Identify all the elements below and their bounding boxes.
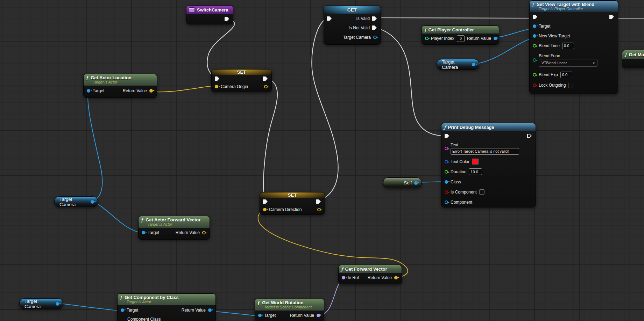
text-input[interactable] xyxy=(451,148,519,155)
wire-actorlocation-to-cameraorigin[interactable] xyxy=(150,86,216,92)
duration-input[interactable] xyxy=(469,168,482,175)
duration-pin[interactable] xyxy=(445,170,448,174)
variable-target-camera-mid[interactable]: Target Camera xyxy=(437,59,479,70)
blend-exp-input[interactable] xyxy=(560,72,572,78)
variable-label: Self xyxy=(404,180,412,185)
target-pin[interactable] xyxy=(87,89,90,93)
return-value-pin[interactable] xyxy=(394,276,398,279)
node-switch-camera[interactable]: SwitchCamera xyxy=(186,5,233,24)
function-icon: ƒ xyxy=(257,300,260,305)
wire-targetcamera-to-getactorlocation[interactable] xyxy=(88,92,102,201)
target-label: Target xyxy=(148,230,159,235)
lock-outgoing-pin[interactable] xyxy=(533,83,536,87)
variable-out-pin[interactable] xyxy=(56,302,59,306)
text-color-pin[interactable] xyxy=(445,160,448,163)
is-valid-exec-pin[interactable] xyxy=(372,16,377,21)
target-pin[interactable] xyxy=(142,231,145,234)
node-get-forward-vector[interactable]: ƒ Get Forward Vector In Rot Return Value xyxy=(338,265,402,284)
function-icon: ƒ xyxy=(120,295,122,300)
node-set-view-target-with-blend[interactable]: ƒ Set View Target with Blend Target is P… xyxy=(529,0,618,94)
variable-self[interactable]: Self xyxy=(383,177,422,188)
exec-in-pin[interactable] xyxy=(445,134,449,138)
class-pin[interactable] xyxy=(445,180,448,184)
exec-in-pin[interactable] xyxy=(263,199,268,204)
blueprint-canvas[interactable]: { "colors": { "exec_wire": "#d8d8d8", "o… xyxy=(0,0,644,321)
blend-time-pin[interactable] xyxy=(533,44,536,48)
node-get-player-controller[interactable]: ƒ Get Player Controller Player Index Ret… xyxy=(422,25,499,45)
text-color-swatch[interactable] xyxy=(472,159,479,165)
is-component-checkbox[interactable] xyxy=(479,189,484,195)
node-print-debug-message[interactable]: ƒ Print Debug Message Text Text Color Du… xyxy=(441,123,536,207)
exec-out-pin[interactable] xyxy=(225,17,229,21)
return-value-pin[interactable] xyxy=(149,89,153,93)
component-pin[interactable] xyxy=(445,200,448,204)
blend-func-dropdown[interactable]: VTBlend Linear ▾ xyxy=(539,59,597,67)
return-value-pin[interactable] xyxy=(317,314,320,317)
wire-targetcamera-to-getactorforwardvector[interactable] xyxy=(93,201,143,233)
variable-label: Target Camera xyxy=(59,197,88,207)
return-value-pin[interactable] xyxy=(202,231,206,234)
node-title: Get World Rotation xyxy=(262,300,303,305)
variable-target-camera-left[interactable]: Target Camera xyxy=(54,196,98,207)
is-component-pin[interactable] xyxy=(445,190,448,194)
wire-exec-switchcamera-to-set-origin[interactable] xyxy=(207,19,234,78)
new-view-target-pin[interactable] xyxy=(533,34,536,38)
player-index-pin[interactable] xyxy=(425,37,429,40)
return-value-label: Return Value xyxy=(467,36,491,41)
exec-in-pin[interactable] xyxy=(327,16,332,21)
wire-exec-set-origin-to-set-direction[interactable] xyxy=(263,78,277,200)
node-get-ma-clipped[interactable]: ƒ Get Ma xyxy=(622,50,644,68)
node-get-actor-forward-vector[interactable]: ƒ Get Actor Forward Vector Target is Act… xyxy=(138,216,210,240)
node-set-camera-origin[interactable]: SET Camera Origin xyxy=(211,69,272,92)
target-pin[interactable] xyxy=(258,314,262,317)
wire-getcomponent-to-getworldrotation[interactable] xyxy=(209,311,260,316)
node-set-camera-direction[interactable]: SET Camera Direction xyxy=(260,192,325,215)
class-label: Class xyxy=(451,180,461,184)
return-value-pin[interactable] xyxy=(494,37,497,40)
target-camera-out-pin[interactable] xyxy=(373,36,377,39)
return-value-label: Return Value xyxy=(176,230,200,235)
in-rot-pin[interactable] xyxy=(342,276,345,279)
blend-func-pin[interactable] xyxy=(533,58,536,62)
lock-outgoing-checkbox[interactable] xyxy=(568,83,573,88)
node-get-actor-location[interactable]: ƒ Get Actor Location Target is Actor Tar… xyxy=(83,74,157,98)
is-component-label: Is Component xyxy=(451,190,477,195)
camera-direction-pin[interactable] xyxy=(263,208,267,211)
node-title: Set View Target with Blend xyxy=(537,2,594,7)
variable-target-camera-bottom[interactable]: Target Camera xyxy=(19,298,63,309)
value-out-pin[interactable] xyxy=(264,85,268,88)
node-get-target-camera[interactable]: GET Is Valid Is Not Valid Target Camera xyxy=(324,6,381,45)
blend-exp-pin[interactable] xyxy=(533,73,536,76)
target-pin[interactable] xyxy=(533,24,536,28)
exec-out-pin[interactable] xyxy=(527,134,532,138)
return-value-pin[interactable] xyxy=(208,308,212,312)
wire-exec-set-direction-to-get[interactable] xyxy=(312,18,338,200)
node-get-world-rotation[interactable]: ƒ Get World Rotation Target is Scene Com… xyxy=(255,299,324,321)
exec-out-pin[interactable] xyxy=(263,76,268,81)
variable-out-pin[interactable] xyxy=(414,181,418,185)
exec-out-pin[interactable] xyxy=(609,15,614,19)
text-pin[interactable] xyxy=(445,147,448,150)
blend-exp-label: Blend Exp xyxy=(539,72,558,77)
text-color-label: Text Color xyxy=(451,159,469,164)
player-index-label: Player Index xyxy=(431,36,454,41)
variable-out-pin[interactable] xyxy=(91,200,94,204)
exec-in-pin[interactable] xyxy=(533,15,537,19)
exec-out-pin[interactable] xyxy=(316,199,321,204)
target-label: Target xyxy=(93,88,104,93)
exec-in-pin[interactable] xyxy=(215,76,219,81)
is-not-valid-exec-pin[interactable] xyxy=(372,25,377,30)
wire-targetcamera-to-getcomponentbyclass[interactable] xyxy=(58,303,122,311)
camera-origin-pin[interactable] xyxy=(215,85,218,88)
node-title: Print Debug Message xyxy=(448,125,494,130)
node-title: GET xyxy=(347,7,357,13)
target-pin[interactable] xyxy=(121,308,124,312)
value-out-pin[interactable] xyxy=(317,208,321,211)
function-icon: ƒ xyxy=(86,75,89,80)
variable-out-pin[interactable] xyxy=(472,63,475,66)
node-get-component-by-class[interactable]: ƒ Get Component by Class Target is Actor… xyxy=(117,293,216,321)
chevron-down-icon: ▾ xyxy=(593,61,595,65)
player-index-input[interactable] xyxy=(457,35,465,42)
wire-exec-isvalid-to-setviewtarget[interactable] xyxy=(375,18,534,18)
blend-time-input[interactable] xyxy=(562,43,574,49)
